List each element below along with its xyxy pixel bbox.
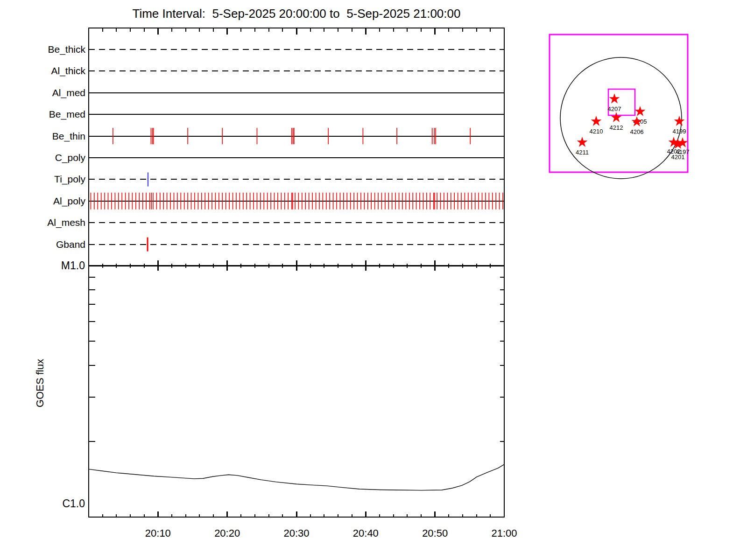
x-tick-label-20:20: 20:20 [214,527,240,539]
solar-limb-circle [560,57,682,179]
active-region-star-4212 [611,112,622,122]
goes-flux-curve [89,464,504,490]
x-tick-label-20:50: 20:50 [422,527,448,539]
active-region-label-4211: 4211 [576,149,589,156]
goes-flux-axis-title: GOES flux [34,346,46,420]
x-tick-label-20:40: 20:40 [353,527,379,539]
active-region-star-4210 [591,116,602,126]
active-region-label-4212: 4212 [610,124,623,131]
filter-row-label-Be_thin: Be_thin [52,131,85,142]
y-axis-label-bottom: C1.0 [50,497,85,510]
y-axis-label-top: M1.0 [50,259,85,272]
filter-row-label-Be_med: Be_med [49,109,85,120]
active-region-star-4211 [577,137,588,147]
filter-row-label-Al_thick: Al_thick [51,65,85,77]
active-region-star-4199 [674,116,685,126]
x-tick-label-21:00: 21:00 [491,527,517,539]
active-region-label-4201: 4201 [671,154,685,161]
filter-row-label-C_poly: C_poly [55,152,86,163]
goes-panel-frame [89,266,504,517]
filter-row-label-Be_thick: Be_thick [48,44,85,55]
x-tick-label-20:10: 20:10 [145,527,171,539]
active-region-star-4207 [609,93,620,104]
active-region-label-4207: 4207 [608,105,621,112]
filter-row-label-Gband: Gband [56,239,85,250]
filter-row-label-Al_med: Al_med [52,87,85,98]
timeline-panel-frame [89,28,504,266]
plot-canvas: Be_thickAl_thickAl_medBe_medBe_thinC_pol… [0,0,747,560]
active-region-label-4199: 4199 [673,128,686,135]
filter-row-label-Al_mesh: Al_mesh [47,217,85,228]
x-tick-label-20:30: 20:30 [283,527,309,539]
plot-page: Be_thickAl_thickAl_medBe_medBe_thinC_pol… [0,0,747,560]
filter-row-label-Ti_poly: Ti_poly [54,174,85,185]
active-region-star-4205 [635,106,646,116]
active-region-label-4206: 4206 [630,128,644,135]
plot-title: Time Interval: 5-Sep-2025 20:00:00 to 5-… [89,7,504,21]
filter-row-label-Al_poly: Al_poly [53,196,85,207]
active-region-label-4210: 4210 [590,128,603,135]
